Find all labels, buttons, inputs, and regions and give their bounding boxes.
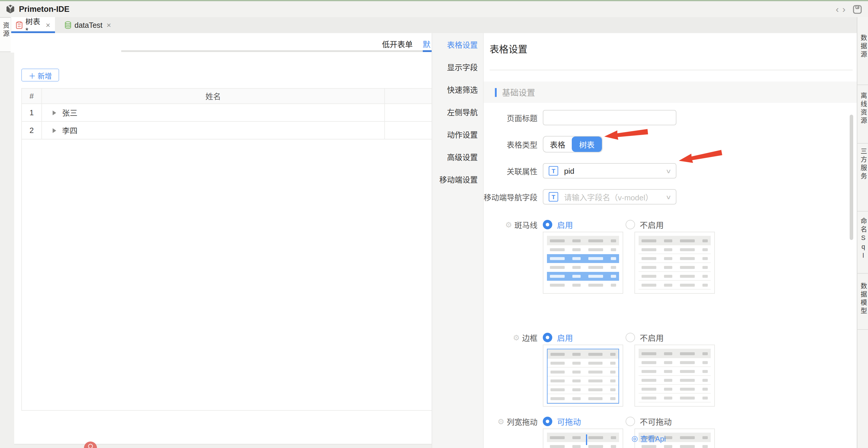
gear-icon: ⚙ [498, 417, 504, 426]
page-title-input[interactable] [543, 110, 676, 125]
left-rail: 资源 [0, 18, 11, 448]
zebra-enabled-preview [543, 232, 623, 294]
zebra-disabled-preview [634, 232, 715, 294]
mobile-nav-select[interactable]: T 请输入字段名（v-model） ∨ [543, 189, 676, 204]
table-row[interactable]: 1 张三 [22, 104, 432, 122]
panel-scrollbar[interactable] [850, 115, 853, 240]
section-basic-settings: 基础设置 [484, 82, 857, 103]
radio-label: 不启用 [640, 331, 664, 343]
history-back-icon[interactable]: ‹ [836, 4, 839, 14]
menu-quick-filter[interactable]: 快速筛选 [432, 78, 484, 100]
zebra-on-radio[interactable]: 启用 [543, 219, 573, 230]
database-icon [64, 21, 71, 29]
field-label: 表格类型 [484, 138, 537, 150]
tab-label: dataTest [74, 21, 102, 29]
rail-label: 三方服务 [860, 148, 866, 211]
relation-prop-value: pid [564, 166, 575, 175]
drag-on-radio[interactable]: 可拖动 [543, 415, 581, 427]
zebra-off-radio[interactable]: 不启用 [626, 219, 664, 230]
section-title: 基础设置 [502, 86, 535, 98]
radio-label: 不可拖动 [640, 415, 672, 427]
tree-expand-icon[interactable] [53, 110, 56, 115]
tab-lowcode-form[interactable]: 低开表单 [382, 38, 413, 50]
rail-item-offline-resources[interactable]: 离线资源 [857, 85, 868, 143]
rail-item-thirdparty-services[interactable]: 三方服务 [857, 143, 868, 212]
rail-label: 数据模型 [860, 283, 866, 329]
eye-icon: ◎ [631, 434, 638, 443]
header-index: # [22, 89, 42, 103]
field-label: 斑马线 [515, 219, 537, 230]
app-logo-icon [5, 4, 16, 14]
row-stub [385, 122, 432, 139]
menu-advanced-settings[interactable]: 高级设置 [432, 146, 484, 168]
field-col-drag-label: ⚙ 列宽拖动 [484, 416, 537, 427]
row-stub [385, 104, 432, 121]
settings-menu: 表格设置 显示字段 快速筛选 左侧导航 动作设置 高级设置 移动端设置 [432, 33, 484, 448]
table-row[interactable]: 2 李四 [22, 122, 432, 139]
tab-close-icon[interactable]: × [46, 21, 50, 29]
menu-display-fields[interactable]: 显示字段 [432, 56, 484, 78]
field-border-label: ⚙ 边框 [484, 332, 537, 343]
view-api-label: 查看Api [640, 433, 666, 444]
history-forward-icon[interactable]: › [842, 4, 845, 14]
view-api-link[interactable]: ◎ 查看Api [631, 433, 666, 444]
left-rail-resources[interactable]: 资源 [0, 18, 11, 52]
tab-default-active[interactable]: 默 [423, 38, 432, 50]
menu-table-settings[interactable]: 表格设置 [432, 33, 484, 56]
menu-left-nav[interactable]: 左侧导航 [432, 100, 484, 123]
radio-unselected-icon [626, 417, 635, 426]
radio-label: 启用 [557, 219, 573, 230]
option-tree-table[interactable]: 树表 [572, 136, 602, 152]
form-document-icon [16, 21, 23, 29]
border-disabled-preview [634, 345, 715, 407]
save-icon[interactable] [852, 4, 862, 14]
row-index: 2 [22, 122, 42, 139]
rail-item-named-sql[interactable]: 命名Sql [857, 212, 868, 274]
field-page-title: 页面标题 [484, 110, 857, 125]
radio-label: 可拖动 [557, 415, 581, 427]
add-row-button[interactable]: ＋ 新增 [21, 69, 59, 82]
form-canvas-page: ＋ 新增 # 姓名 1 张三 2 [14, 53, 432, 444]
editor-tab-strip: 树表* × dataTest × [11, 17, 857, 33]
tree-expand-icon[interactable] [53, 128, 56, 133]
field-zebra-label: ⚙ 斑马线 [484, 219, 537, 230]
field-label: 关联属性 [484, 165, 537, 177]
border-enabled-preview [543, 345, 623, 407]
field-label: 列宽拖动 [507, 416, 537, 427]
row-index: 1 [22, 104, 42, 121]
form-mode-tabs: 低开表单 默 [11, 33, 432, 53]
border-off-radio[interactable]: 不启用 [626, 331, 664, 343]
right-rail: 数据源 离线资源 三方服务 命名Sql 数据模型 [857, 17, 868, 448]
table-settings-panel: 表格设置 基础设置 页面标题 表格类型 表格 树表 关联属性 T pid ∨ [483, 33, 857, 448]
rail-item-data-model[interactable]: 数据模型 [857, 274, 868, 330]
tab-close-icon[interactable]: × [107, 21, 111, 29]
title-bar: Primeton-IDE ‹ › [0, 1, 868, 18]
field-mobile-nav: 移动端导航字段 T 请输入字段名（v-model） ∨ [484, 189, 857, 204]
divider [490, 70, 852, 70]
preview-tree-table: # 姓名 1 张三 2 李四 [21, 88, 432, 411]
menu-mobile-settings[interactable]: 移动端设置 [432, 168, 484, 190]
menu-action-settings[interactable]: 动作设置 [432, 123, 484, 146]
gear-icon: ⚙ [505, 220, 512, 229]
tab-tree-table[interactable]: 树表* × [11, 17, 55, 33]
radio-label: 启用 [557, 331, 573, 343]
header-stub [385, 89, 432, 103]
drag-off-radio[interactable]: 不可拖动 [626, 415, 672, 427]
option-plain-table[interactable]: 表格 [544, 136, 572, 152]
text-type-icon: T [549, 192, 558, 201]
text-type-icon: T [549, 166, 558, 175]
subtab-active-indicator [423, 50, 432, 52]
drag-enabled-preview [543, 428, 623, 448]
rail-label: 数据源 [860, 34, 866, 85]
table-header-row: # 姓名 [22, 88, 432, 104]
rail-item-datasource[interactable]: 数据源 [857, 17, 868, 85]
border-on-radio[interactable]: 启用 [543, 331, 573, 343]
tab-datatest[interactable]: dataTest × [60, 17, 116, 33]
chevron-down-icon: ∨ [665, 194, 672, 200]
table-type-segmented: 表格 树表 [543, 136, 602, 153]
gear-icon: ⚙ [513, 333, 520, 342]
relation-prop-select[interactable]: T pid ∨ [543, 163, 676, 179]
row-name-cell: 李四 [42, 122, 385, 139]
radio-selected-icon [543, 333, 552, 342]
field-label: 移动端导航字段 [484, 191, 537, 202]
